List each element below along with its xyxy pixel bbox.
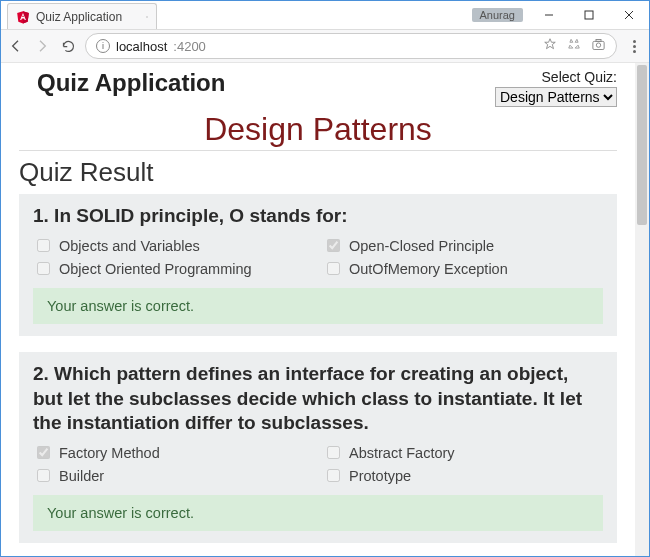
answer-feedback: Your answer is correct. (33, 288, 603, 324)
option-checkbox[interactable] (37, 469, 50, 482)
option-label: Prototype (349, 468, 411, 484)
option-label: OutOfMemory Exception (349, 261, 508, 277)
forward-button[interactable] (33, 37, 51, 55)
scrollbar-thumb[interactable] (637, 65, 647, 225)
select-quiz-label: Select Quiz: (495, 69, 617, 85)
quiz-result-heading: Quiz Result (19, 157, 617, 188)
url-port: :4200 (173, 39, 206, 54)
option: Abstract Factory (323, 443, 603, 462)
user-tag: Anurag (472, 8, 523, 22)
option: OutOfMemory Exception (323, 259, 603, 278)
option-checkbox[interactable] (37, 262, 50, 275)
browser-menu-button[interactable] (625, 40, 643, 53)
options-grid: Factory Method Abstract Factory Builder … (33, 443, 603, 485)
option: Object Oriented Programming (33, 259, 313, 278)
quiz-select[interactable]: Design Patterns (495, 87, 617, 107)
browser-window: Quiz Application Anurag i localhost:4200 (0, 0, 650, 557)
divider (19, 150, 617, 151)
browser-tab[interactable]: Quiz Application (7, 3, 157, 29)
tab-close-icon[interactable] (138, 12, 148, 22)
option-label: Abstract Factory (349, 445, 455, 461)
option-label: Objects and Variables (59, 238, 200, 254)
maximize-button[interactable] (569, 1, 609, 29)
tab-strip: Quiz Application (1, 1, 472, 29)
option-checkbox[interactable] (327, 446, 340, 459)
camera-icon[interactable] (591, 37, 606, 55)
quiz-selector: Select Quiz: Design Patterns (495, 69, 617, 107)
option: Objects and Variables (33, 236, 313, 255)
address-actions (543, 37, 606, 55)
minimize-button[interactable] (529, 1, 569, 29)
option: Factory Method (33, 443, 313, 462)
tab-title: Quiz Application (36, 10, 122, 24)
option-checkbox[interactable] (327, 262, 340, 275)
reload-button[interactable] (59, 37, 77, 55)
option-checkbox[interactable] (37, 446, 50, 459)
option-label: Object Oriented Programming (59, 261, 252, 277)
address-bar[interactable]: i localhost:4200 (85, 33, 617, 59)
scrollbar-track[interactable] (635, 63, 649, 556)
option: Builder (33, 466, 313, 485)
close-button[interactable] (609, 1, 649, 29)
back-button[interactable] (7, 37, 25, 55)
recycle-icon[interactable] (567, 37, 581, 55)
option-label: Open-Closed Principle (349, 238, 494, 254)
answer-feedback: Your answer is correct. (33, 495, 603, 531)
window-controls (529, 1, 649, 29)
option-label: Factory Method (59, 445, 160, 461)
svg-rect-2 (585, 11, 593, 19)
question-card: 2. Which pattern defines an interface fo… (19, 352, 617, 543)
app-header: Quiz Application Select Quiz: Design Pat… (19, 69, 617, 107)
site-info-icon[interactable]: i (96, 39, 110, 53)
star-icon[interactable] (543, 37, 557, 55)
option-checkbox[interactable] (327, 469, 340, 482)
angular-icon (16, 10, 30, 24)
app-title: Quiz Application (19, 69, 225, 99)
option-label: Builder (59, 468, 104, 484)
option: Prototype (323, 466, 603, 485)
quiz-name-heading: Design Patterns (19, 111, 617, 148)
question-text: 1. In SOLID principle, O stands for: (33, 204, 603, 228)
option: Open-Closed Principle (323, 236, 603, 255)
svg-rect-5 (596, 40, 601, 42)
question-card: 1. In SOLID principle, O stands for: Obj… (19, 194, 617, 336)
titlebar: Quiz Application Anurag (1, 1, 649, 29)
option-checkbox[interactable] (37, 239, 50, 252)
page-content: Quiz Application Select Quiz: Design Pat… (1, 63, 635, 556)
options-grid: Objects and Variables Open-Closed Princi… (33, 236, 603, 278)
svg-point-4 (596, 43, 600, 47)
url-host: localhost (116, 39, 167, 54)
option-checkbox[interactable] (327, 239, 340, 252)
question-text: 2. Which pattern defines an interface fo… (33, 362, 603, 435)
browser-toolbar: i localhost:4200 (1, 29, 649, 63)
